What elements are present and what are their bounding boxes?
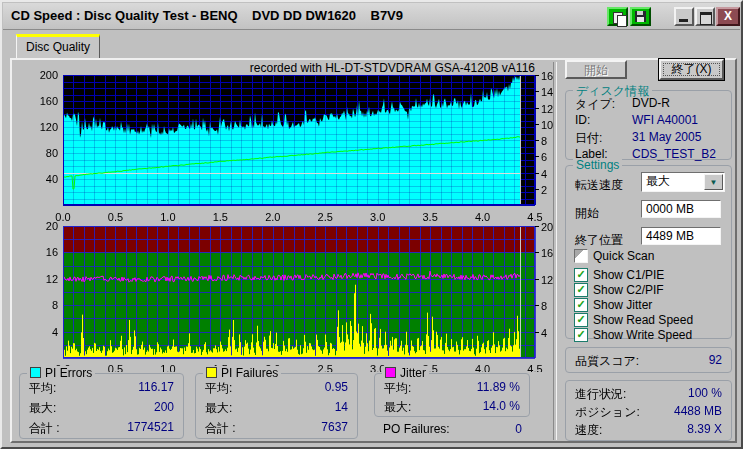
disc-type-row: タイプ:DVD-R [575, 96, 615, 113]
start-button[interactable]: 開始 [565, 60, 627, 79]
disc-id-row: ID:WFI A40001 [575, 113, 590, 127]
quality-score-box: 品質スコア: 92 [565, 347, 732, 373]
speed-row: 速度:8.39 X [575, 422, 722, 439]
start-position-input[interactable]: 0000 MB [641, 200, 721, 218]
jitter-max-row: 最大:14.0 % [384, 399, 520, 416]
jitter-swatch [385, 367, 396, 378]
position-row: ポジション:4488 MB [575, 404, 722, 421]
close-button[interactable]: X [716, 7, 740, 26]
title-bar[interactable]: CD Speed : Disc Quality Test - BENQ DVD … [3, 3, 740, 30]
start-position-label: 開始 [575, 205, 599, 222]
progress-row: 進行状況:100 % [575, 386, 722, 403]
pi-failures-total-row: 合計 :7637 [205, 420, 348, 437]
quality-score-value: 92 [709, 353, 722, 370]
quality-score-label: 品質スコア: [575, 353, 639, 370]
settings-box: Settings 転送速度 最大 ▼ 開始 0000 MB 終了位置 4489 … [565, 165, 732, 339]
pi-failures-title: PI Failures [221, 366, 278, 380]
jitter-avg-row: 平均:11.89 % [384, 380, 520, 397]
status-box: 進行状況:100 % ポジション:4488 MB 速度:8.39 X [565, 380, 732, 441]
pi-failures-legend-box: PI Failures 平均:0.95 最大:14 合計 :7637 [195, 373, 358, 439]
jitter-title: Jitter [400, 366, 426, 380]
pi-errors-avg-row: 平均:116.17 [29, 380, 174, 397]
copy-button[interactable] [607, 7, 628, 26]
maximize-icon [700, 12, 712, 25]
checkbox-show-write-speed[interactable]: ✓Show Write Speed [574, 328, 692, 342]
minimize-button[interactable] [674, 7, 694, 26]
panel-separator [553, 62, 557, 440]
checkbox-icon: ✓ [574, 283, 588, 297]
tab-strip: Disc Quality [2, 32, 743, 59]
maximize-button[interactable] [695, 7, 715, 26]
chevron-down-icon[interactable]: ▼ [704, 174, 723, 190]
jitter-legend-box: Jitter 平均:11.89 % 最大:14.0 % [374, 373, 530, 417]
transfer-speed-label: 転送速度 [575, 177, 623, 194]
po-failures-value: 0 [515, 422, 522, 436]
checkbox-quick-scan[interactable]: Quick Scan [574, 249, 654, 263]
po-failures-label: PO Failures: [383, 422, 450, 436]
checkbox-icon [574, 249, 588, 263]
checkbox-show-read-speed[interactable]: ✓Show Read Speed [574, 313, 693, 327]
checkbox-show-c2-pif[interactable]: ✓Show C2/PIF [574, 283, 664, 297]
pi-failures-avg-row: 平均:0.95 [205, 380, 348, 397]
disc-info-box: ディスク情報 タイプ:DVD-R ID:WFI A40001 日付:31 May… [565, 90, 732, 160]
end-position-input[interactable]: 4489 MB [641, 227, 721, 245]
quality-score-row: 品質スコア: 92 [575, 353, 722, 370]
pi-errors-title: PI Errors [45, 366, 92, 380]
minimize-icon [679, 19, 688, 22]
settings-title: Settings [573, 158, 622, 172]
checkbox-icon: ✓ [574, 313, 588, 327]
quality-charts-canvas [14, 60, 555, 372]
pi-errors-legend-box: PI Errors 平均:116.17 最大:200 合計 :1774521 [19, 373, 184, 439]
checkbox-show-c1-pie[interactable]: ✓Show C1/PIE [574, 268, 664, 282]
save-icon [635, 11, 646, 22]
pi-errors-total-row: 合計 :1774521 [29, 420, 174, 437]
checkbox-icon: ✓ [574, 268, 588, 282]
checkbox-icon: ✓ [574, 328, 588, 342]
save-button[interactable] [630, 7, 651, 26]
pi-failures-swatch [206, 367, 217, 378]
transfer-speed-value: 最大 [646, 174, 670, 188]
tab-disc-quality[interactable]: Disc Quality [16, 34, 100, 60]
end-position-label: 終了位置 [575, 232, 623, 249]
exit-button[interactable]: 終了(X) [659, 59, 724, 80]
pi-errors-swatch [30, 367, 41, 378]
checkbox-show-jitter[interactable]: ✓Show Jitter [574, 298, 652, 312]
checkbox-icon: ✓ [574, 298, 588, 312]
window-title: CD Speed : Disc Quality Test - BENQ DVD … [11, 8, 403, 23]
po-failures-row: PO Failures: 0 [383, 422, 522, 436]
transfer-speed-select[interactable]: 最大 ▼ [641, 172, 725, 192]
disc-date-row: 日付:31 May 2005 [575, 130, 602, 147]
app-window: CD Speed : Disc Quality Test - BENQ DVD … [0, 0, 743, 449]
pi-errors-max-row: 最大:200 [29, 400, 174, 417]
pi-failures-max-row: 最大:14 [205, 400, 348, 417]
